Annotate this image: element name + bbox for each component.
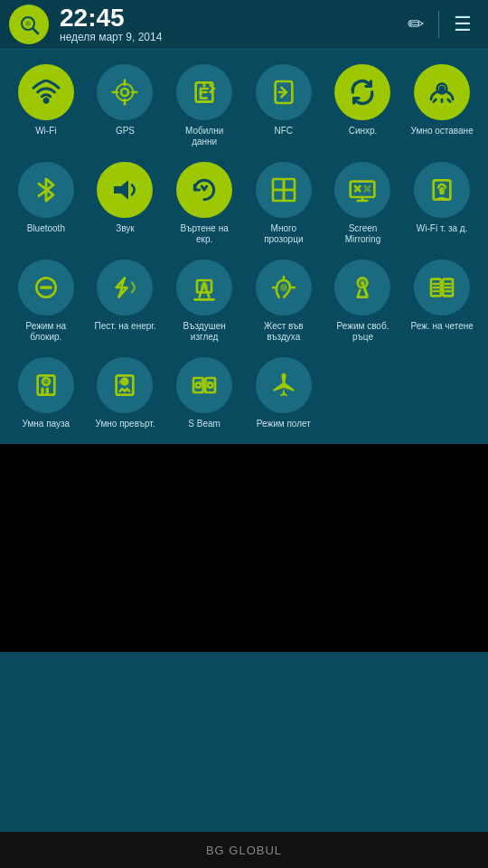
svg-rect-23 xyxy=(284,190,295,201)
svg-point-35 xyxy=(361,281,364,285)
mobile-data-label: Мобилни данни xyxy=(172,126,237,147)
hands-free-label: Режим своб. ръце xyxy=(330,321,395,343)
reading-mode-circle xyxy=(414,259,470,316)
svg-marker-19 xyxy=(114,180,128,199)
nfc-label: NFC xyxy=(275,126,294,137)
wifi-circle xyxy=(18,64,74,120)
qs-sync[interactable]: Синхр. xyxy=(325,59,401,153)
reading-mode-label: Реж. на четене xyxy=(410,321,473,332)
hands-free-circle xyxy=(334,259,390,316)
svg-rect-20 xyxy=(273,179,284,190)
svg-point-33 xyxy=(281,285,286,289)
qs-smart-stay[interactable]: Умно оставане xyxy=(404,59,480,153)
edit-icon[interactable]: ✏ xyxy=(400,9,431,40)
svg-rect-24 xyxy=(351,182,375,197)
smart-scroll-circle xyxy=(97,357,153,413)
bluetooth-label: Bluetooth xyxy=(27,223,65,234)
time-block: 22:45 неделя март 9, 2014 xyxy=(60,5,400,43)
qs-wifi-direct[interactable]: Wi-Fi т. за д. xyxy=(404,156,480,250)
qs-s-beam[interactable]: S Beam xyxy=(166,352,242,435)
qs-air-view[interactable]: Въздушен изглед xyxy=(166,254,242,348)
smart-pause-label: Умна пауза xyxy=(23,419,70,429)
qs-empty-2 xyxy=(404,352,480,435)
wifi-direct-circle xyxy=(414,162,470,218)
flight-mode-label: Режим полет xyxy=(257,419,311,429)
qs-gps[interactable]: GPS xyxy=(88,59,164,153)
gps-label: GPS xyxy=(116,126,135,137)
qs-mobile-data[interactable]: Мобилни данни xyxy=(166,59,242,153)
power-saving-label: Пест. на енерг. xyxy=(94,321,155,332)
svg-point-9 xyxy=(117,84,134,101)
flight-mode-circle xyxy=(256,357,312,413)
status-actions: ✏ ☰ xyxy=(400,9,479,40)
qs-flight-mode[interactable]: Режим полет xyxy=(246,352,322,435)
qs-hands-free[interactable]: Режим своб. ръце xyxy=(325,254,401,348)
svg-point-54 xyxy=(196,382,201,387)
blocking-label: Режим на блокир. xyxy=(14,321,79,343)
bottom-bar: BG GLOBUL xyxy=(0,832,488,868)
screen-mirroring-circle xyxy=(334,162,390,218)
svg-rect-22 xyxy=(273,190,284,201)
qs-reading-mode[interactable]: Реж. на четене xyxy=(404,254,480,348)
carrier-label: BG GLOBUL xyxy=(206,844,282,857)
air-gesture-circle xyxy=(256,259,312,316)
qs-power-saving[interactable]: Пест. на енерг. xyxy=(88,254,164,348)
status-bar: 22:45 неделя март 9, 2014 ✏ ☰ xyxy=(0,0,488,50)
qs-sound[interactable]: Звук xyxy=(88,156,164,250)
svg-point-32 xyxy=(202,284,206,288)
qs-smart-scroll[interactable]: Умно превърт. xyxy=(88,352,164,435)
power-saving-circle xyxy=(97,259,153,316)
menu-icon[interactable]: ☰ xyxy=(446,9,479,40)
search-icon[interactable] xyxy=(9,5,49,44)
svg-point-51 xyxy=(124,381,126,382)
qs-screen-mirroring[interactable]: Screen Mirroring xyxy=(325,156,401,250)
qs-row-1: Wi-Fi GPS xyxy=(5,59,483,435)
qs-rotate[interactable]: Въртене на екр. xyxy=(166,156,242,250)
svg-line-1 xyxy=(33,29,39,34)
sound-label: Звук xyxy=(116,223,135,234)
qs-smart-pause[interactable]: Умна пауза xyxy=(8,352,84,435)
date-display: неделя март 9, 2014 xyxy=(60,31,400,43)
bluetooth-circle xyxy=(18,162,74,218)
sound-circle xyxy=(97,162,153,218)
smart-pause-circle xyxy=(18,357,74,413)
screen-mirroring-label: Screen Mirroring xyxy=(330,223,395,245)
qs-wifi[interactable]: Wi-Fi xyxy=(8,59,84,153)
wifi-direct-label: Wi-Fi т. за д. xyxy=(417,223,468,234)
smart-stay-circle xyxy=(414,64,470,120)
smart-stay-label: Умно оставане xyxy=(411,126,474,137)
qs-multiwindow[interactable]: Много прозорци xyxy=(246,156,322,250)
air-gesture-label: Жест във въздуха xyxy=(251,321,316,343)
mobile-data-circle xyxy=(176,64,232,120)
svg-point-3 xyxy=(44,99,48,102)
smart-scroll-label: Умно превърт. xyxy=(95,419,155,429)
s-beam-label: S Beam xyxy=(188,419,221,429)
svg-rect-21 xyxy=(284,179,295,190)
svg-point-28 xyxy=(441,191,444,193)
svg-point-2 xyxy=(25,21,31,26)
divider xyxy=(438,11,439,38)
nfc-circle xyxy=(256,64,312,120)
clock-time: 22:45 xyxy=(60,5,400,31)
multiwindow-circle xyxy=(256,162,312,218)
qs-bluetooth[interactable]: Bluetooth xyxy=(8,156,84,250)
gps-circle xyxy=(97,64,153,120)
sync-label: Синхр. xyxy=(349,126,378,137)
svg-point-55 xyxy=(208,382,212,387)
qs-blocking-mode[interactable]: Режим на блокир. xyxy=(8,254,84,348)
rotate-label: Въртене на екр. xyxy=(172,223,237,245)
blocking-circle xyxy=(18,259,74,316)
qs-empty-1 xyxy=(325,352,401,435)
qs-nfc[interactable]: NFC xyxy=(246,59,322,153)
qs-air-gesture[interactable]: Жест във въздуха xyxy=(246,254,322,348)
s-beam-circle xyxy=(176,357,232,413)
air-view-label: Въздушен изглед xyxy=(172,321,237,343)
wifi-label: Wi-Fi xyxy=(35,126,56,137)
rotate-circle xyxy=(176,162,232,218)
quick-settings: Wi-Fi GPS xyxy=(0,50,488,444)
svg-point-4 xyxy=(121,89,128,96)
sync-circle xyxy=(334,64,390,120)
air-view-circle xyxy=(176,259,232,316)
multiwindow-label: Много прозорци xyxy=(251,223,316,245)
svg-point-46 xyxy=(44,381,47,383)
